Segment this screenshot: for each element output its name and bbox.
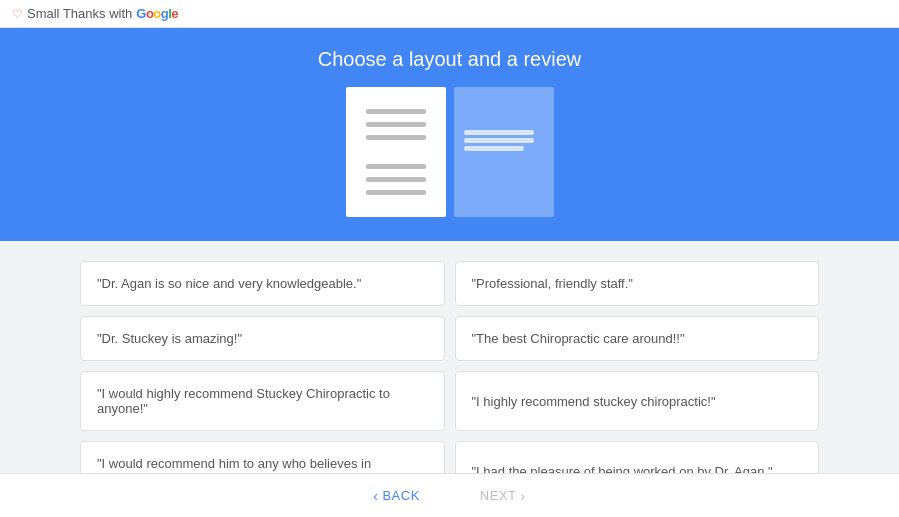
- reviews-grid: "Dr. Agan is so nice and very knowledgea…: [80, 261, 819, 473]
- layout-row-bar: [464, 130, 534, 135]
- back-button[interactable]: ‹ BACK: [373, 488, 420, 504]
- header: ♡ Small Thanks with Google: [0, 0, 899, 28]
- layout-bar: [366, 190, 426, 195]
- layout-option-1[interactable]: [346, 87, 446, 217]
- layout-option-2[interactable]: [454, 87, 554, 217]
- layout-row-group: [464, 130, 544, 151]
- header-title: Small Thanks with: [27, 6, 132, 21]
- next-label: NEXT: [480, 488, 517, 503]
- layout-bar: [366, 109, 426, 114]
- review-card[interactable]: "Dr. Stuckey is amazing!": [80, 316, 445, 361]
- review-card[interactable]: "Professional, friendly staff.": [455, 261, 820, 306]
- content-section: "Dr. Agan is so nice and very knowledgea…: [0, 241, 899, 473]
- layout-two-col: [464, 169, 544, 175]
- review-card[interactable]: "Dr. Agan is so nice and very knowledgea…: [80, 261, 445, 306]
- chevron-right-icon: ›: [521, 488, 526, 504]
- layout-bar: [366, 122, 426, 127]
- hero-title: Choose a layout and a review: [318, 48, 582, 71]
- review-card[interactable]: "I would highly recommend Stuckey Chirop…: [80, 371, 445, 431]
- chevron-left-icon: ‹: [373, 488, 378, 504]
- next-button[interactable]: NEXT ›: [480, 488, 526, 504]
- layout-row-bar: [464, 146, 524, 151]
- review-card[interactable]: "I would recommend him to any who believ…: [80, 441, 445, 473]
- review-card[interactable]: "I highly recommend stuckey chiropractic…: [455, 371, 820, 431]
- back-label: BACK: [382, 488, 419, 503]
- layout-row-bar: [464, 138, 534, 143]
- hero-section: Choose a layout and a review: [0, 28, 899, 241]
- layout-bar: [366, 177, 426, 182]
- footer: ‹ BACK NEXT ›: [0, 473, 899, 517]
- review-card[interactable]: "I had the pleasure of being worked on b…: [455, 441, 820, 473]
- layout-bar: [366, 164, 426, 169]
- layout-preview: [346, 87, 554, 217]
- heart-icon: ♡: [12, 7, 23, 21]
- review-card[interactable]: "The best Chiropractic care around!!": [455, 316, 820, 361]
- layout-bar: [366, 135, 426, 140]
- google-logo: Google: [136, 6, 178, 21]
